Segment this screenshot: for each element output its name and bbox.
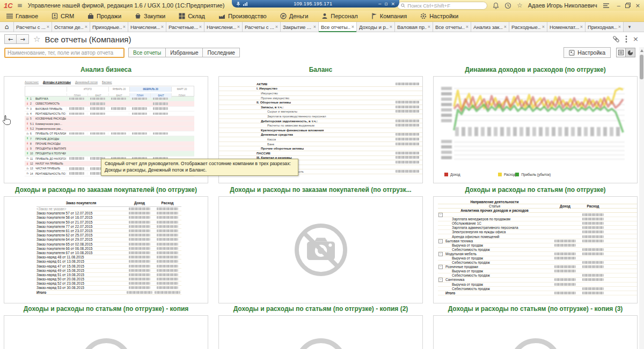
- notifications-bell-icon[interactable]: [493, 2, 499, 9]
- report-link-dynamics[interactable]: Динамика доходов и расходов (по отгрузке…: [433, 65, 638, 74]
- filter-button[interactable]: Последние: [203, 48, 239, 57]
- report-link-business-analysis[interactable]: Анализ бизнеса: [4, 65, 208, 74]
- menu-item-production[interactable]: Производство: [218, 13, 267, 19]
- document-tab[interactable]: Все отчеты... ×: [319, 22, 357, 32]
- report-link-articles[interactable]: Доходы и расходы по статьям (по отгрузке…: [433, 185, 638, 194]
- document-tab[interactable]: Анализ зак... ×: [471, 22, 509, 32]
- tab-close-icon[interactable]: ×: [199, 24, 202, 29]
- nav-forward-button[interactable]: →: [17, 34, 29, 44]
- menu-item-sales[interactable]: Продажи: [87, 13, 121, 19]
- tab-close-icon[interactable]: ×: [313, 24, 316, 29]
- document-tab[interactable]: Приходная... ×: [586, 22, 624, 32]
- rdp-close-button[interactable]: ×: [391, 1, 395, 6]
- rdp-pin-icon[interactable]: [236, 2, 240, 6]
- global-search-input[interactable]: [407, 3, 484, 9]
- menu-item-purchases[interactable]: Закупки: [135, 13, 165, 19]
- document-tab[interactable]: Расчетные... ×: [166, 22, 204, 32]
- window-close-button[interactable]: ×: [635, 2, 640, 9]
- report-preview-orders-2[interactable]: [218, 196, 423, 303]
- more-actions-kebab-icon[interactable]: [625, 35, 627, 43]
- report-preview-articles-copy[interactable]: [4, 315, 208, 349]
- orders-preview-row: Заказ-наряд 51 от 19.08.2015: [36, 273, 181, 277]
- tabs-overflow-dropdown-icon[interactable]: ▾: [625, 22, 634, 32]
- menu-item-warehouse[interactable]: Склад: [179, 13, 205, 19]
- filter-button[interactable]: Все отчеты: [128, 48, 166, 57]
- report-card-orders-2: Доходы и расходы по заказам покупателей …: [218, 185, 423, 303]
- report-link-orders[interactable]: Доходы и расходы по заказам покупателей …: [4, 185, 208, 194]
- tab-close-icon[interactable]: ×: [542, 24, 545, 29]
- analysis-preview-row: 8 ПРОЧИЕ РАСХОДЫ: [25, 142, 194, 146]
- report-preview-articles-copy-3[interactable]: [433, 315, 638, 349]
- tab-close-icon[interactable]: ×: [504, 24, 507, 29]
- report-link-articles-copy[interactable]: Доходы и расходы по статьям (по отгрузке…: [4, 305, 208, 313]
- document-tab[interactable]: Закрытие ... ×: [281, 22, 319, 32]
- report-preview-articles-copy-2[interactable]: [218, 315, 423, 349]
- document-tabstrip: ⌂ Расчеты с ... × Остатки де... × Приход…: [0, 22, 644, 32]
- settings-button-icon: [569, 50, 575, 56]
- report-preview-orders[interactable]: Заказ покупателя Доход Расход <Заказ не …: [4, 196, 208, 303]
- settings-button[interactable]: Настройка: [564, 47, 611, 58]
- scrollbar-up-arrow[interactable]: [640, 49, 643, 52]
- document-tab[interactable]: Расходные... ×: [509, 22, 547, 32]
- window-restore-button[interactable]: [625, 3, 631, 8]
- favorites-star-icon[interactable]: ☆: [517, 2, 523, 9]
- menu-item-company[interactable]: Компания: [371, 13, 407, 19]
- gallery-view-toggle-button[interactable]: [626, 48, 635, 57]
- nav-back-button[interactable]: ←: [4, 34, 17, 44]
- rdp-restore-button[interactable]: ▫: [384, 1, 387, 6]
- document-tab[interactable]: Расчеты с ... ×: [243, 22, 281, 32]
- vertical-scrollbar[interactable]: [639, 47, 644, 349]
- filter-button[interactable]: Избранные: [166, 48, 203, 57]
- tab-close-icon[interactable]: ×: [275, 24, 278, 29]
- main-section-icon: [6, 13, 13, 19]
- list-view-toggle-button[interactable]: [616, 48, 626, 57]
- window-minimize-button[interactable]: –: [617, 2, 620, 9]
- form-close-icon[interactable]: ×: [633, 36, 639, 42]
- document-tab[interactable]: Валовая пр... ×: [395, 22, 433, 32]
- report-link-balance[interactable]: Баланс: [218, 65, 423, 74]
- document-tab[interactable]: Начислени... ×: [128, 22, 166, 32]
- tab-close-icon[interactable]: ×: [161, 24, 164, 29]
- tab-close-icon[interactable]: ×: [618, 24, 621, 29]
- document-tab[interactable]: Номенклат... ×: [547, 22, 586, 32]
- main-functions-menu-icon[interactable]: ≡: [17, 2, 23, 9]
- tab-close-icon[interactable]: ×: [237, 24, 240, 29]
- favorite-star-icon[interactable]: ☆: [33, 34, 40, 44]
- report-link-orders-2[interactable]: Доходы и расходы по заказам покупателей …: [218, 185, 423, 194]
- document-tab[interactable]: Все отчеты... ×: [433, 22, 471, 32]
- document-tab[interactable]: Приходные... ×: [90, 22, 128, 32]
- get-link-icon[interactable]: [612, 35, 620, 43]
- tab-close-icon[interactable]: ×: [85, 24, 87, 29]
- home-tab[interactable]: ⌂: [0, 22, 14, 32]
- report-link-articles-copy-3[interactable]: Доходы и расходы по статьям (по отгрузке…: [433, 305, 638, 313]
- menu-item-settings[interactable]: Настройки: [420, 13, 458, 19]
- document-tab[interactable]: Доходы и р... ×: [357, 22, 395, 32]
- 1c-logo: 1С: [4, 2, 13, 10]
- tab-close-icon[interactable]: ×: [428, 24, 430, 29]
- document-tab[interactable]: Остатки де... ×: [52, 22, 90, 32]
- history-icon[interactable]: [504, 2, 511, 9]
- scrollbar-thumb[interactable]: [640, 55, 643, 79]
- report-preview-dynamics[interactable]: Доход Расход Прибыль (убыток): [433, 76, 638, 183]
- menu-item-personnel[interactable]: Персонал: [321, 13, 358, 19]
- menu-item-main[interactable]: Главное: [6, 13, 38, 19]
- menu-item-crm[interactable]: CRM: [52, 13, 74, 19]
- report-preview-articles[interactable]: Направление деятельности Статья Доход Ра…: [433, 196, 638, 303]
- menu-item-money[interactable]: P Деньги: [280, 13, 309, 19]
- report-search-input[interactable]: [4, 48, 125, 58]
- trend-icon: [25, 142, 30, 145]
- rdp-minimize-button[interactable]: –: [378, 1, 381, 6]
- tab-close-icon[interactable]: ×: [123, 24, 126, 29]
- tab-close-icon[interactable]: ×: [466, 24, 469, 29]
- tab-close-icon[interactable]: ×: [580, 24, 583, 29]
- tab-close-icon[interactable]: ×: [47, 24, 49, 29]
- tab-close-icon[interactable]: ×: [390, 24, 392, 29]
- service-menu-icon[interactable]: [603, 3, 610, 9]
- document-tab[interactable]: Расчеты с ... ×: [14, 22, 52, 32]
- tab-close-icon[interactable]: ×: [352, 24, 354, 29]
- orders-preview-row: Заказ-наряд 48 от 11.08.2015: [36, 255, 181, 259]
- current-user-name[interactable]: Адаев Игорь Николаевич: [528, 2, 597, 9]
- document-tab[interactable]: Начислени... ×: [204, 22, 243, 32]
- global-search-box[interactable]: [397, 2, 487, 10]
- report-link-articles-copy-2[interactable]: Доходы и расходы по статьям (по отгрузке…: [218, 305, 423, 313]
